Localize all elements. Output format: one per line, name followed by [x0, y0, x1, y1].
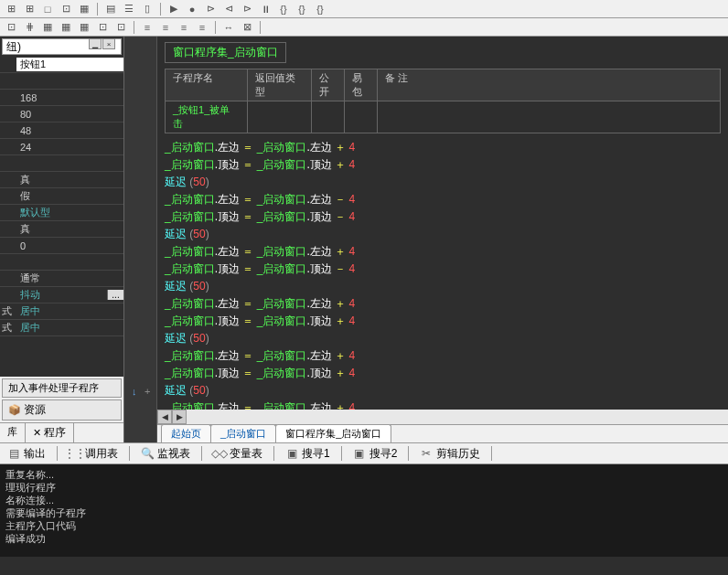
property-value[interactable]: 按钮1 — [16, 58, 123, 71]
return-type-cell[interactable] — [248, 101, 312, 133]
code-line[interactable]: _启动窗口.顶边 ＝ _启动窗口.顶边 ＋ 4 — [165, 365, 721, 382]
property-row[interactable]: 真 — [0, 172, 123, 188]
tab-program[interactable]: ✕ 程序 — [26, 423, 74, 442]
scroll-right-icon[interactable]: ▶ — [172, 410, 187, 424]
code-line[interactable]: _启动窗口.左边 ＝ _启动窗口.左边 ＋ 4 — [165, 243, 721, 261]
ellipsis-button[interactable]: ... — [107, 290, 123, 300]
property-value[interactable]: 0 — [16, 240, 123, 251]
code-line[interactable]: 延迟 (50) — [165, 226, 721, 243]
code-line[interactable]: 延迟 (50) — [165, 174, 721, 191]
add-event-handler-button[interactable]: 加入事件处理子程序 — [2, 378, 122, 398]
editor-tab[interactable]: 起始页 — [161, 424, 211, 442]
bottom-tab-6[interactable]: ✂剪辑历史 — [420, 446, 480, 462]
property-row[interactable]: 通常 — [0, 271, 123, 287]
tb1-icon-12[interactable]: ⊳ — [203, 2, 218, 16]
property-row[interactable]: 24 — [0, 139, 123, 155]
code-line[interactable]: _启动窗口.左边 ＝ _启动窗口.左边 ＋ 4 — [165, 139, 721, 156]
tb2-icon-13[interactable]: ↔ — [221, 20, 236, 35]
property-row[interactable]: 0 — [0, 238, 123, 254]
tb1-icon-11[interactable]: ● — [185, 2, 199, 16]
tb2-icon-10[interactable]: ≡ — [177, 20, 191, 35]
minimize-icon[interactable]: ▁ — [89, 38, 102, 49]
subroutine-name-cell[interactable]: _按钮1_被单击 — [166, 101, 248, 133]
tb1-icon-14[interactable]: ⊳ — [240, 2, 254, 16]
tb2-icon-3[interactable]: ▦ — [59, 20, 73, 35]
code-line[interactable]: _启动窗口.左边 ＝ _启动窗口.左边 ＋ 4 — [165, 399, 721, 410]
code-line[interactable]: _启动窗口.顶边 ＝ _启动窗口.顶边 ＋ 4 — [165, 156, 721, 174]
remark-cell[interactable] — [378, 101, 433, 133]
code-line[interactable]: 延迟 (50) — [165, 382, 721, 399]
bottom-tab-4[interactable]: ▣搜寻1 — [285, 446, 330, 462]
editor-tab[interactable]: _启动窗口 — [210, 424, 276, 442]
close-icon[interactable]: × — [102, 38, 115, 49]
public-cell[interactable] — [312, 101, 345, 133]
property-value[interactable]: 通常 — [16, 272, 123, 285]
property-row[interactable] — [0, 155, 123, 172]
tb1-icon-8[interactable]: ▯ — [140, 2, 155, 16]
tb2-icon-0[interactable]: ⊡ — [4, 20, 18, 35]
tb1-icon-17[interactable]: {} — [294, 2, 309, 16]
tb1-icon-2[interactable]: □ — [40, 2, 55, 16]
code-line[interactable]: _启动窗口.左边 ＝ _启动窗口.左边 ＋ 4 — [165, 295, 721, 313]
horizontal-scrollbar[interactable]: ◀ ▶ — [157, 410, 728, 424]
tab-library[interactable]: 库 — [0, 423, 26, 442]
property-row[interactable]: 48 — [0, 122, 123, 139]
property-row[interactable]: 按钮1 — [0, 57, 123, 73]
tb2-icon-9[interactable]: ≡ — [158, 20, 173, 35]
property-row[interactable]: 抖动... — [0, 287, 123, 303]
property-row[interactable]: 式居中 — [0, 303, 123, 320]
code-line[interactable]: _启动窗口.顶边 ＝ _启动窗口.顶边 － 4 — [165, 261, 721, 278]
property-row[interactable]: 168 — [0, 90, 123, 106]
bottom-tab-2[interactable]: 🔍监视表 — [141, 446, 190, 462]
tb2-icon-5[interactable]: ⊡ — [95, 20, 110, 35]
editor-tab[interactable]: 窗口程序集_启动窗口 — [275, 424, 391, 442]
property-row[interactable] — [0, 254, 123, 271]
bottom-tab-0[interactable]: ▤输出 — [7, 446, 46, 462]
code-line[interactable]: 延迟 (50) — [165, 278, 721, 295]
resource-button[interactable]: 📦 资源 — [2, 399, 122, 421]
scroll-track[interactable] — [187, 410, 728, 424]
code-line[interactable]: _启动窗口.顶边 ＝ _启动窗口.顶边 ＋ 4 — [165, 313, 721, 330]
code-line[interactable]: 延迟 (50) — [165, 330, 721, 347]
tb1-icon-1[interactable]: ⊞ — [22, 2, 37, 16]
property-value[interactable]: 假 — [16, 189, 123, 203]
code-line[interactable]: _启动窗口.顶边 ＝ _启动窗口.顶边 － 4 — [165, 208, 721, 226]
property-value[interactable]: 居中 — [16, 321, 123, 335]
tb2-icon-14[interactable]: ⊠ — [240, 20, 254, 35]
tb2-icon-8[interactable]: ≡ — [140, 20, 155, 35]
property-value[interactable]: 居中 — [16, 304, 123, 318]
property-value[interactable]: 168 — [16, 92, 123, 103]
property-value[interactable]: 抖动 — [16, 288, 107, 302]
property-row[interactable]: 式居中 — [0, 320, 123, 336]
property-value[interactable]: 24 — [16, 142, 123, 153]
property-value[interactable]: 48 — [16, 125, 123, 136]
tb1-icon-13[interactable]: ⊲ — [221, 2, 236, 16]
package-cell[interactable] — [345, 101, 378, 133]
tb1-icon-7[interactable]: ☰ — [122, 2, 136, 16]
tb1-icon-16[interactable]: {} — [276, 2, 291, 16]
property-row[interactable]: 假 — [0, 188, 123, 205]
property-row[interactable] — [0, 73, 123, 90]
fold-plus-icon[interactable]: + — [145, 386, 150, 397]
property-row[interactable]: 默认型 — [0, 205, 123, 221]
breakpoint-marker-icon[interactable]: ↓ — [132, 386, 137, 397]
tb2-icon-6[interactable]: ⊡ — [113, 20, 128, 35]
scroll-left-icon[interactable]: ◀ — [157, 410, 172, 424]
tb1-icon-6[interactable]: ▤ — [103, 2, 118, 16]
tb2-icon-2[interactable]: ▦ — [40, 20, 55, 35]
property-value[interactable]: 80 — [16, 109, 123, 120]
tb1-icon-4[interactable]: ▦ — [77, 2, 91, 16]
property-value[interactable]: 真 — [16, 173, 123, 186]
property-value[interactable]: 默认型 — [16, 206, 123, 219]
bottom-tab-3[interactable]: ◇◇变量表 — [213, 446, 262, 462]
tb1-icon-3[interactable]: ⊡ — [59, 2, 73, 16]
tb2-icon-11[interactable]: ≡ — [195, 20, 209, 35]
code-line[interactable]: _启动窗口.左边 ＝ _启动窗口.左边 － 4 — [165, 191, 721, 208]
tb1-icon-0[interactable]: ⊞ — [4, 2, 18, 16]
code-line[interactable]: _启动窗口.左边 ＝ _启动窗口.左边 ＋ 4 — [165, 347, 721, 365]
tb2-icon-1[interactable]: ⋕ — [22, 20, 37, 35]
tb1-icon-15[interactable]: ⏸ — [258, 2, 273, 16]
tb2-icon-4[interactable]: ▦ — [77, 20, 91, 35]
property-row[interactable]: 80 — [0, 106, 123, 122]
code-content[interactable]: 窗口程序集_启动窗口 子程序名返回值类型公开易包备 注 _按钮1_被单击 _启动… — [157, 37, 728, 410]
